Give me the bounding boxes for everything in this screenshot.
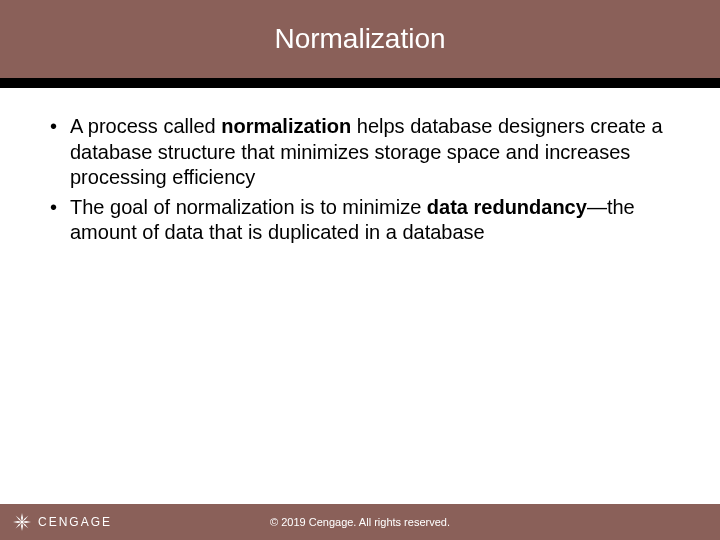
bullet-list: A process called normalization helps dat… [50, 114, 682, 246]
copyright-text: © 2019 Cengage. All rights reserved. [270, 516, 450, 528]
bullet-text: A process called [70, 115, 221, 137]
list-item: A process called normalization helps dat… [50, 114, 682, 191]
slide-body: A process called normalization helps dat… [0, 88, 720, 504]
title-band: Normalization [0, 0, 720, 78]
footer-band: CENGAGE © 2019 Cengage. All rights reser… [0, 504, 720, 540]
list-item: The goal of normalization is to minimize… [50, 195, 682, 246]
brand-name: CENGAGE [38, 515, 112, 529]
slide: Normalization A process called normaliza… [0, 0, 720, 540]
brand-starburst-icon [12, 512, 32, 532]
bullet-bold: normalization [221, 115, 351, 137]
bullet-text: The goal of normalization is to minimize [70, 196, 427, 218]
slide-title: Normalization [274, 23, 445, 55]
divider-strip [0, 78, 720, 88]
bullet-bold: data redundancy [427, 196, 587, 218]
brand: CENGAGE [12, 512, 112, 532]
